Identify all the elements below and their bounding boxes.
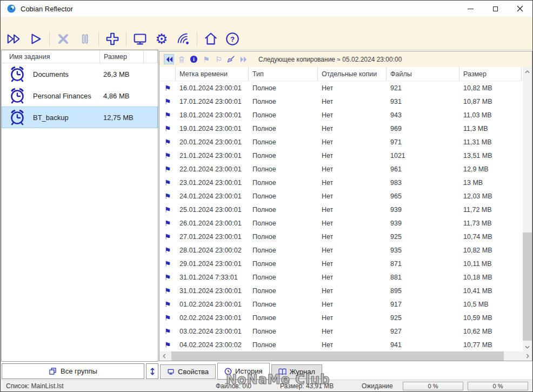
history-row[interactable]: 16.01.2024 23:00:01 Полное Нет 921 10,82… — [159, 81, 522, 95]
cell-size: 11,31 MB — [459, 138, 522, 146]
flag-icon — [164, 218, 171, 228]
scroll-right-button[interactable] — [523, 351, 532, 361]
cell-timestamp: 19.01.2024 23:00:01 — [176, 125, 249, 132]
history-row[interactable]: 24.01.2024 23:00:01 Полное Нет 965 12,03… — [159, 189, 522, 203]
history-row[interactable]: 04.02.2024 23:00:02 Полное Нет 941 10,77… — [159, 338, 522, 351]
all-groups-button[interactable]: Все группы — [2, 363, 144, 379]
history-row[interactable]: 25.01.2024 23:00:01 Полное Нет 939 11,72… — [159, 203, 522, 216]
cell-timestamp: 31.01.2024 7:33:01 — [176, 274, 249, 281]
alarm-clock-icon — [9, 87, 26, 104]
menu-item[interactable] — [54, 22, 63, 24]
cell-timestamp: 27.01.2024 23:00:01 — [176, 233, 249, 241]
pause-button[interactable] — [77, 31, 93, 47]
cell-type: Полное — [249, 274, 318, 281]
vertical-scrollbar[interactable] — [523, 67, 532, 351]
column-header-type[interactable]: Тип — [249, 67, 318, 81]
task-row[interactable]: BT_backup 12,75 MB — [2, 107, 158, 128]
task-name: Documents — [28, 70, 103, 78]
scroll-left-button[interactable] — [159, 351, 169, 361]
cell-files: 925 — [387, 314, 459, 322]
history-row[interactable]: 27.01.2024 23:00:01 Полное Нет 925 10,74… — [159, 230, 522, 243]
column-header-flag[interactable] — [159, 67, 176, 81]
new-task-button[interactable] — [104, 31, 121, 47]
window-controls — [458, 1, 532, 17]
expand-collapse-button[interactable] — [146, 363, 158, 379]
history-row[interactable]: 17.01.2024 23:00:01 Полное Нет 931 10,87… — [159, 95, 522, 108]
flag-icon — [164, 205, 171, 215]
cell-files: 1021 — [387, 152, 459, 160]
history-row[interactable]: 18.01.2024 23:00:01 Полное Нет 943 11,03… — [159, 108, 522, 122]
delete-button[interactable] — [176, 54, 186, 64]
history-row[interactable]: 31.01.2024 7:33:01 Полное Нет 881 10,18 … — [159, 270, 522, 284]
clean-button[interactable] — [226, 54, 236, 64]
flag-icon — [164, 300, 171, 309]
cell-separate-copies: Нет — [318, 341, 387, 349]
menu-item[interactable] — [24, 22, 34, 24]
minimize-button[interactable] — [458, 1, 483, 17]
svg-text:?: ? — [230, 35, 235, 43]
flag-icon — [203, 55, 210, 64]
history-row[interactable]: 29.01.2024 23:00:01 Полное Нет 871 10,11… — [159, 257, 522, 270]
maximize-button[interactable] — [483, 1, 508, 17]
history-row[interactable]: 23.01.2024 23:00:01 Полное Нет 983 13 MB — [159, 176, 522, 189]
menu-item[interactable] — [15, 22, 24, 24]
history-row[interactable]: 02.02.2024 23:00:01 Полное Нет 925 10,59… — [159, 311, 522, 324]
go-first-button[interactable] — [164, 54, 174, 64]
cell-size: 11,3 MB — [459, 125, 522, 132]
flag-outline-button[interactable] — [214, 54, 224, 64]
cell-type: Полное — [249, 192, 318, 200]
history-row[interactable]: 31.01.2024 23:00:01 Полное Нет 895 10,41… — [159, 284, 522, 297]
monitor-button[interactable] — [132, 31, 148, 47]
cell-timestamp: 03.02.2024 23:00:01 — [176, 328, 249, 335]
column-header-name[interactable]: Имя задания — [2, 50, 100, 63]
vertical-scroll-thumb[interactable] — [523, 232, 532, 341]
history-row[interactable]: 19.01.2024 23:00:01 Полное Нет 969 11,3 … — [159, 122, 522, 135]
column-header-size[interactable]: Размер — [100, 50, 144, 63]
flag-icon — [164, 273, 171, 282]
task-row[interactable]: Personal Finances 4,86 MB — [2, 85, 158, 107]
menu-item[interactable] — [63, 22, 73, 24]
menu-item[interactable] — [34, 22, 44, 24]
column-header-timestamp[interactable]: Метка времени — [176, 67, 249, 81]
column-header-files[interactable]: Файлы — [387, 67, 459, 81]
cell-files: 935 — [387, 247, 459, 254]
horizontal-scrollbar[interactable] — [159, 351, 532, 361]
history-row[interactable]: 22.01.2024 23:00:01 Полное Нет 961 12,9 … — [159, 162, 522, 176]
go-last-button[interactable] — [238, 54, 249, 64]
home-button[interactable] — [203, 31, 219, 47]
task-row[interactable]: Documents 26,3 MB — [2, 63, 158, 85]
scroll-down-button[interactable] — [523, 342, 532, 351]
fast-forward-icon — [6, 31, 22, 47]
run-all-button[interactable] — [6, 31, 22, 47]
settings-button[interactable]: ⚙ — [154, 31, 170, 47]
history-row[interactable]: 03.02.2024 23:00:01 Полное Нет 927 10,62… — [159, 324, 522, 338]
close-button[interactable] — [508, 1, 532, 17]
signal-button[interactable] — [175, 31, 191, 47]
cell-type: Полное — [249, 84, 318, 92]
history-row[interactable]: 20.01.2024 23:00:01 Полное Нет 971 11,31… — [159, 135, 522, 149]
cell-separate-copies: Нет — [318, 152, 387, 160]
cell-separate-copies: Нет — [318, 111, 387, 119]
column-header-separate-copies[interactable]: Отдельные копии — [318, 67, 387, 81]
cell-separate-copies: Нет — [318, 314, 387, 322]
gear-icon: ⚙ — [155, 32, 168, 46]
flag-button[interactable] — [201, 54, 211, 64]
info-button[interactable]: i — [189, 54, 199, 64]
help-button[interactable]: ? — [224, 31, 241, 47]
monitor-icon — [132, 31, 148, 47]
tab-properties[interactable]: Свойства — [160, 364, 216, 379]
history-row[interactable]: 01.02.2024 23:00:01 Полное Нет 917 10,5 … — [159, 297, 522, 311]
history-row[interactable]: 26.01.2024 23:00:01 Полное Нет 939 11,73… — [159, 216, 522, 230]
info-icon: i — [190, 55, 198, 63]
horizontal-scroll-thumb[interactable] — [171, 351, 504, 361]
menu-item[interactable] — [5, 22, 15, 24]
menu-item[interactable] — [44, 22, 54, 24]
cell-files: 925 — [387, 233, 459, 241]
run-button[interactable] — [28, 31, 44, 47]
cell-files: 971 — [387, 138, 459, 146]
scroll-up-button[interactable] — [523, 67, 532, 76]
cancel-button[interactable] — [55, 31, 71, 47]
history-row[interactable]: 21.01.2024 23:00:01 Полное Нет 1021 13,5… — [159, 149, 522, 162]
history-row[interactable]: 28.01.2024 23:00:02 Полное Нет 935 10,82… — [159, 243, 522, 257]
column-header-size[interactable]: Размер — [459, 67, 522, 81]
